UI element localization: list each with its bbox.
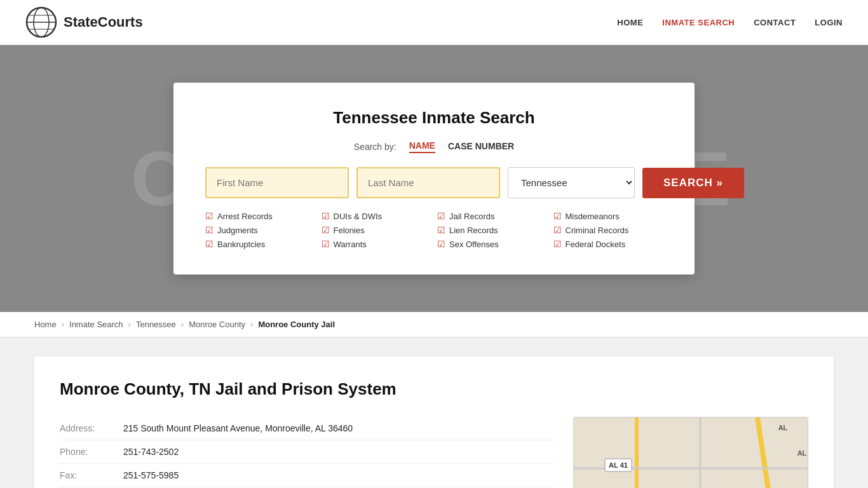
- search-by-row: Search by: NAME CASE NUMBER: [205, 140, 663, 153]
- phone-label: Phone:: [60, 447, 111, 457]
- breadcrumb-inmate-search[interactable]: Inmate Search: [69, 320, 123, 329]
- info-row-fax: Fax: 251-575-5985: [60, 464, 554, 487]
- check-label: Criminal Records: [566, 226, 629, 235]
- nav-home[interactable]: HOME: [617, 18, 643, 27]
- check-icon: ☑: [205, 225, 214, 235]
- main-nav: HOME INMATE SEARCH CONTACT LOGIN: [617, 18, 843, 27]
- last-name-input[interactable]: [356, 167, 500, 198]
- check-label: Federal Dockets: [566, 240, 626, 249]
- breadcrumb-sep-1: ›: [62, 320, 64, 329]
- two-col-layout: Address: 215 South Mount Pleasant Avenue…: [60, 417, 808, 488]
- nav-contact[interactable]: CONTACT: [754, 18, 796, 27]
- tab-case-number[interactable]: CASE NUMBER: [448, 141, 514, 152]
- check-label: Judgments: [217, 226, 258, 235]
- checkboxes-grid: ☑ Arrest Records ☑ DUIs & DWIs ☑ Jail Re…: [205, 211, 663, 249]
- check-sex-offenses: ☑ Sex Offenses: [437, 239, 547, 249]
- first-name-input[interactable]: [205, 167, 349, 198]
- svg-text:AL: AL: [797, 449, 807, 457]
- breadcrumb-current: Monroe County Jail: [258, 320, 335, 329]
- check-icon: ☑: [205, 211, 214, 221]
- check-icon: ☑: [437, 211, 445, 221]
- svg-rect-5: [574, 417, 808, 488]
- check-icon: ☑: [322, 211, 330, 221]
- address-label: Address:: [60, 423, 111, 433]
- hero-section: COURTHOUSE Tennessee Inmate Search Searc…: [0, 45, 868, 312]
- check-duis: ☑ DUIs & DWIs: [322, 211, 431, 221]
- map-container: + − AL 41: [574, 417, 808, 488]
- check-warrants: ☑ Warrants: [322, 239, 431, 249]
- header: StateCourts HOME INMATE SEARCH CONTACT L…: [0, 0, 868, 45]
- check-icon: ☑: [437, 239, 445, 249]
- check-lien-records: ☑ Lien Records: [437, 225, 547, 235]
- check-label: Arrest Records: [217, 212, 273, 221]
- logo-icon: [25, 6, 57, 38]
- state-select[interactable]: Tennessee Alabama Alaska Arizona Arkansa…: [508, 167, 635, 198]
- info-row-phone: Phone: 251-743-2502: [60, 440, 554, 464]
- logo-text: StateCourts: [64, 14, 143, 30]
- check-arrest-records: ☑ Arrest Records: [205, 211, 315, 221]
- tab-name[interactable]: NAME: [409, 140, 435, 153]
- phone-value: 251-743-2502: [123, 447, 179, 457]
- search-by-label: Search by:: [354, 142, 397, 152]
- check-icon: ☑: [553, 211, 562, 221]
- check-bankruptcies: ☑ Bankruptcies: [205, 239, 315, 249]
- check-label: Jail Records: [449, 212, 495, 221]
- breadcrumb-monroe-county[interactable]: Monroe County: [189, 320, 245, 329]
- main-content: Monroe County, TN Jail and Prison System…: [0, 337, 868, 488]
- check-label: Lien Records: [449, 226, 498, 235]
- breadcrumb-tennessee[interactable]: Tennessee: [136, 320, 176, 329]
- info-row-address: Address: 215 South Mount Pleasant Avenue…: [60, 417, 554, 440]
- content-card: Monroe County, TN Jail and Prison System…: [34, 356, 834, 488]
- check-judgments: ☑ Judgments: [205, 225, 315, 235]
- breadcrumb-home[interactable]: Home: [34, 320, 57, 329]
- check-label: Bankruptcies: [217, 240, 265, 249]
- check-federal-dockets: ☑ Federal Dockets: [553, 239, 663, 249]
- svg-text:AL: AL: [778, 424, 788, 431]
- check-icon: ☑: [553, 225, 562, 235]
- check-felonies: ☑ Felonies: [322, 225, 431, 235]
- search-inputs-row: Tennessee Alabama Alaska Arizona Arkansa…: [205, 167, 663, 198]
- nav-inmate-search[interactable]: INMATE SEARCH: [662, 18, 735, 27]
- check-icon: ☑: [553, 239, 562, 249]
- nav-login[interactable]: LOGIN: [815, 18, 843, 27]
- breadcrumb-sep-3: ›: [181, 320, 184, 329]
- check-label: DUIs & DWIs: [334, 212, 383, 221]
- check-label: Sex Offenses: [449, 240, 499, 249]
- check-icon: ☑: [322, 239, 330, 249]
- search-title: Tennessee Inmate Search: [205, 108, 663, 128]
- fax-value: 251-575-5985: [123, 470, 179, 480]
- check-label: Misdemeanors: [566, 212, 620, 221]
- breadcrumb-sep-2: ›: [128, 320, 131, 329]
- breadcrumb: Home › Inmate Search › Tennessee › Monro…: [0, 312, 868, 337]
- check-criminal-records: ☑ Criminal Records: [553, 225, 663, 235]
- content-title: Monroe County, TN Jail and Prison System: [60, 379, 808, 399]
- map-container-outer: + − AL 41: [573, 417, 808, 488]
- check-misdemeanors: ☑ Misdemeanors: [553, 211, 663, 221]
- check-icon: ☑: [322, 225, 330, 235]
- check-label: Warrants: [334, 240, 367, 249]
- breadcrumb-sep-4: ›: [250, 320, 253, 329]
- fax-label: Fax:: [60, 470, 111, 480]
- check-icon: ☑: [437, 225, 445, 235]
- svg-text:AL 41: AL 41: [609, 461, 628, 469]
- check-icon: ☑: [205, 239, 214, 249]
- logo-area: StateCourts: [25, 6, 143, 38]
- check-label: Felonies: [334, 226, 365, 235]
- check-jail-records: ☑ Jail Records: [437, 211, 547, 221]
- map-svg: AL 41 AL AL Monroeville: [574, 417, 808, 488]
- left-col: Address: 215 South Mount Pleasant Avenue…: [60, 417, 554, 488]
- search-card: Tennessee Inmate Search Search by: NAME …: [173, 83, 695, 274]
- search-button[interactable]: SEARCH »: [642, 168, 744, 198]
- address-value: 215 South Mount Pleasant Avenue, Monroev…: [123, 423, 353, 433]
